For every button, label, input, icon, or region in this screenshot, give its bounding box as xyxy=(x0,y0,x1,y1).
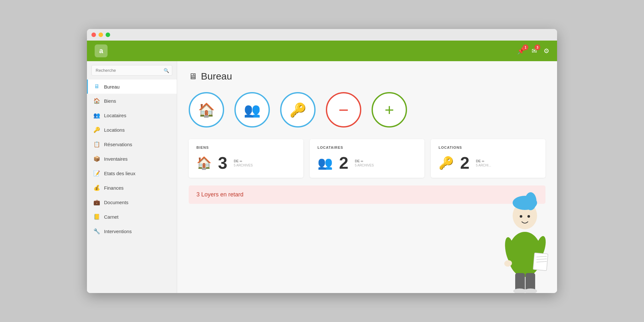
page-title-icon: 🖥 xyxy=(189,71,197,81)
stat-card-biens[interactable]: BIENS 🏠 3 DE ∞ 5 ARCHIVES xyxy=(189,139,303,178)
alert-text: 3 Loyers en retard xyxy=(196,191,243,198)
home-circle-button[interactable]: 🏠 xyxy=(189,92,224,128)
stat-count-locataires: 2 xyxy=(339,155,348,171)
app-body: a 📌 1 ✉ 3 ⚙ xyxy=(87,41,557,293)
users-circle-button[interactable]: 👥 xyxy=(234,92,270,128)
svg-point-4 xyxy=(520,215,522,218)
sidebar-label-carnet: Carnet xyxy=(104,214,118,220)
sidebar-item-carnet[interactable]: 📒 Carnet xyxy=(87,210,177,224)
pin-badge: 1 xyxy=(523,44,528,50)
stat-title-locataires: LOCATAIRES xyxy=(317,146,417,149)
svg-rect-14 xyxy=(533,253,548,270)
svg-point-9 xyxy=(538,254,547,262)
sidebar-label-locataires: Locataires xyxy=(104,113,126,118)
minus-circle-button[interactable]: − xyxy=(326,92,361,128)
svg-rect-11 xyxy=(526,273,535,291)
sidebar-item-etats[interactable]: 📝 Etats des lieux xyxy=(87,166,177,181)
sidebar-item-reservations[interactable]: 📋 Réservations xyxy=(87,137,177,152)
header-actions: 📌 1 ✉ 3 ⚙ xyxy=(517,47,549,55)
stat-archives-locations: 5 ARCHI... xyxy=(476,164,491,167)
minimize-button[interactable] xyxy=(99,33,103,37)
finances-icon: 💰 xyxy=(93,185,100,191)
stat-body-locataires: 👥 2 DE ∞ 5 ARCHIVES xyxy=(317,155,417,171)
header: a 📌 1 ✉ 3 ⚙ xyxy=(87,41,557,61)
sidebar-item-documents[interactable]: 💼 Documents xyxy=(87,195,177,210)
search-input[interactable] xyxy=(91,65,172,76)
sidebar-item-finances[interactable]: 💰 Finances xyxy=(87,181,177,195)
svg-point-8 xyxy=(504,260,512,267)
stats-row: BIENS 🏠 3 DE ∞ 5 ARCHIVES LOCATAIRES xyxy=(189,139,545,178)
locataires-icon: 👥 xyxy=(93,112,100,119)
sidebar-label-finances: Finances xyxy=(104,185,124,191)
settings-icon-wrap[interactable]: ⚙ xyxy=(544,47,549,55)
sidebar-item-locations[interactable]: 🔑 Locations xyxy=(87,123,177,137)
svg-point-5 xyxy=(527,215,530,218)
sidebar-label-interventions: Interventions xyxy=(104,229,132,234)
minus-circle-icon: − xyxy=(338,101,349,118)
sidebar-label-inventaires: Inventaires xyxy=(104,156,128,162)
key-circle-button[interactable]: 🔑 xyxy=(280,92,316,128)
stat-archives-locataires: 5 ARCHIVES xyxy=(355,164,374,167)
stat-details-biens: DE ∞ 5 ARCHIVES xyxy=(234,159,253,167)
locations-icon: 🔑 xyxy=(93,127,100,133)
users-circle-icon: 👥 xyxy=(244,102,260,118)
sidebar-item-locataires[interactable]: 👥 Locataires xyxy=(87,108,177,123)
search-icon: 🔍 xyxy=(164,68,169,73)
svg-rect-10 xyxy=(515,273,525,291)
sidebar-label-documents: Documents xyxy=(104,200,128,205)
stat-icon-biens: 🏠 xyxy=(196,156,212,170)
bureau-icon: 🖥 xyxy=(93,83,100,90)
sidebar-item-biens[interactable]: 🏠 Biens xyxy=(87,94,177,108)
stat-card-locations[interactable]: LOCATIONS 🔑 2 DE ∞ 5 ARCHI... xyxy=(431,139,545,178)
stat-card-locataires[interactable]: LOCATAIRES 👥 2 DE ∞ 5 ARCHIVES xyxy=(310,139,424,178)
plus-circle-icon: + xyxy=(384,102,394,118)
alert-banner[interactable]: 3 Loyers en retard xyxy=(189,185,545,204)
mail-icon-wrap[interactable]: ✉ 3 xyxy=(532,47,537,55)
sidebar: 🔍 🖥 Bureau 🏠 Biens 👥 Locataires 🔑 Locati… xyxy=(87,61,177,293)
action-circles: 🏠 👥 🔑 − + xyxy=(189,92,545,128)
stat-count-locations: 2 xyxy=(460,155,469,171)
documents-icon: 💼 xyxy=(93,199,100,206)
sidebar-label-biens: Biens xyxy=(104,98,116,104)
sidebar-item-bureau[interactable]: 🖥 Bureau xyxy=(87,80,177,94)
maximize-button[interactable] xyxy=(106,33,110,37)
stat-body-locations: 🔑 2 DE ∞ 5 ARCHI... xyxy=(439,155,538,171)
stat-de-biens: DE ∞ xyxy=(234,159,253,163)
interventions-icon: 🔧 xyxy=(93,228,100,235)
search-box[interactable]: 🔍 xyxy=(91,65,172,76)
stat-icon-locataires: 👥 xyxy=(317,156,333,170)
pin-icon-wrap[interactable]: 📌 1 xyxy=(517,47,525,55)
stat-details-locations: DE ∞ 5 ARCHI... xyxy=(476,159,491,167)
main-content: 🖥 Bureau 🏠 👥 🔑 − xyxy=(177,61,557,293)
stat-icon-locations: 🔑 xyxy=(439,156,454,170)
logo-text: a xyxy=(99,47,103,55)
stat-de-locataires: DE ∞ xyxy=(355,159,374,163)
sidebar-label-reservations: Réservations xyxy=(104,142,132,147)
svg-point-0 xyxy=(508,232,542,277)
stat-archives-biens: 5 ARCHIVES xyxy=(234,164,253,167)
home-circle-icon: 🏠 xyxy=(198,102,215,118)
svg-line-15 xyxy=(536,256,547,257)
sidebar-label-etats: Etats des lieux xyxy=(104,171,136,176)
reservations-icon: 📋 xyxy=(93,141,100,148)
carnet-icon: 📒 xyxy=(93,213,100,220)
stat-title-biens: BIENS xyxy=(196,146,296,149)
stat-body-biens: 🏠 3 DE ∞ 5 ARCHIVES xyxy=(196,155,296,171)
svg-point-13 xyxy=(524,289,537,293)
svg-point-1 xyxy=(513,202,537,229)
close-button[interactable] xyxy=(91,33,96,37)
page-title: Bureau xyxy=(201,71,232,82)
plus-circle-button[interactable]: + xyxy=(372,92,407,128)
svg-point-12 xyxy=(513,289,526,293)
sidebar-label-locations: Locations xyxy=(104,127,125,133)
app-window: a 📌 1 ✉ 3 ⚙ xyxy=(87,29,557,293)
gear-icon: ⚙ xyxy=(544,47,549,55)
biens-icon: 🏠 xyxy=(93,98,100,104)
titlebar xyxy=(87,29,557,41)
app-logo[interactable]: a xyxy=(95,44,108,57)
page-title-area: 🖥 Bureau xyxy=(189,71,545,82)
inventaires-icon: 📦 xyxy=(93,156,100,162)
sidebar-item-interventions[interactable]: 🔧 Interventions xyxy=(87,224,177,239)
etats-icon: 📝 xyxy=(93,170,100,177)
sidebar-item-inventaires[interactable]: 📦 Inventaires xyxy=(87,152,177,166)
